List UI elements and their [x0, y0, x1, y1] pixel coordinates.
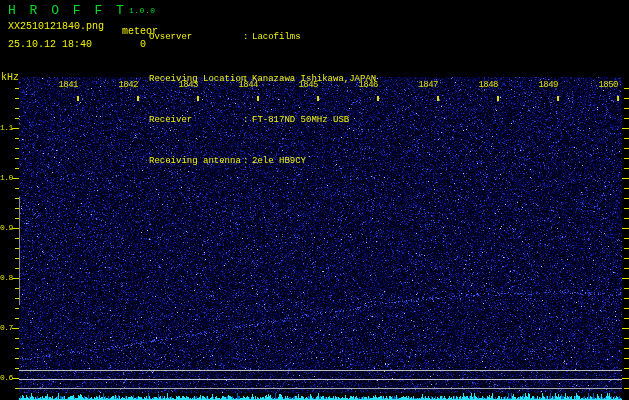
info-value: Lacofilms: [252, 31, 301, 45]
time-tick-label: 1849: [536, 80, 558, 90]
time-tick-label: 1847: [416, 80, 438, 90]
info-row-observer: Ovserver : Lacofilms: [149, 31, 376, 45]
info-row-antenna: Receiving antenna : 2ele HB9CY: [149, 155, 376, 169]
time-tick-label: 1846: [356, 80, 378, 90]
freq-tick-label: 0.9: [0, 223, 12, 232]
info-colon: :: [243, 31, 252, 45]
time-tick-label: 1845: [296, 80, 318, 90]
output-filename: XX2510121840.png: [8, 21, 104, 32]
time-tick-label: 1848: [476, 80, 498, 90]
time-tick-label: 1843: [176, 80, 198, 90]
info-label: Receiver: [149, 114, 243, 128]
freq-tick-label: 0.6: [0, 373, 12, 382]
info-value: FT-817ND 50MHz USB: [252, 114, 349, 128]
station-info: Ovserver : Lacofilms Receiving Location …: [149, 4, 376, 196]
time-tick-label: 1844: [236, 80, 258, 90]
info-label: Receiving antenna: [149, 155, 243, 169]
hrofft-output: H R O F F T 1.0.0 XX2510121840.png meteo…: [0, 0, 629, 400]
info-colon: :: [243, 114, 252, 128]
freq-tick-label: 1.0: [0, 173, 12, 182]
time-tick-label: 1841: [56, 80, 78, 90]
record-datetime: 25.10.12 18:40: [8, 39, 92, 50]
freq-axis-unit: kHz: [1, 72, 19, 83]
time-tick-label: 1850: [596, 80, 618, 90]
info-value: 2ele HB9CY: [252, 155, 306, 169]
info-label: Ovserver: [149, 31, 243, 45]
freq-tick-label: 0.7: [0, 323, 12, 332]
info-row-receiver: Receiver : FT-817ND 50MHz USB: [149, 114, 376, 128]
freq-tick-label: 0.8: [0, 273, 12, 282]
info-colon: :: [243, 155, 252, 169]
app-title: H R O F F T: [8, 3, 127, 18]
time-tick-label: 1842: [116, 80, 138, 90]
meteor-count: 0: [140, 39, 146, 50]
freq-tick-label: 1.1: [0, 123, 12, 132]
